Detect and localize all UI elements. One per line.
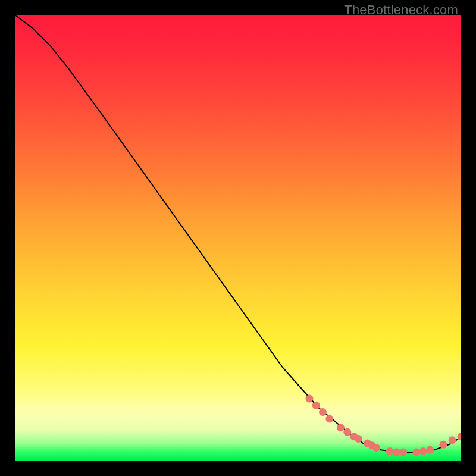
curve-dot	[393, 449, 400, 456]
dotted-segment	[306, 395, 462, 456]
curve-dot	[325, 415, 333, 422]
chart-svg	[15, 15, 461, 461]
chart-plot-area	[15, 15, 461, 461]
curve-dot	[355, 435, 362, 443]
curve-dot	[306, 395, 314, 403]
watermark-text: TheBottleneck.com	[344, 2, 458, 18]
bottleneck-curve	[15, 15, 461, 452]
curve-dot	[440, 441, 447, 449]
curve-dot	[419, 447, 427, 455]
curve-dot	[386, 447, 394, 455]
curve-dot	[399, 449, 407, 456]
curve-dot	[426, 446, 434, 454]
curve-dot	[449, 436, 456, 444]
curve-dot	[413, 449, 421, 456]
curve-dot	[337, 424, 345, 431]
chart-frame: TheBottleneck.com	[0, 0, 476, 476]
curve-dot	[372, 444, 380, 452]
curve-dot	[312, 402, 320, 409]
curve-dot	[319, 408, 327, 416]
curve-dot	[343, 428, 351, 436]
